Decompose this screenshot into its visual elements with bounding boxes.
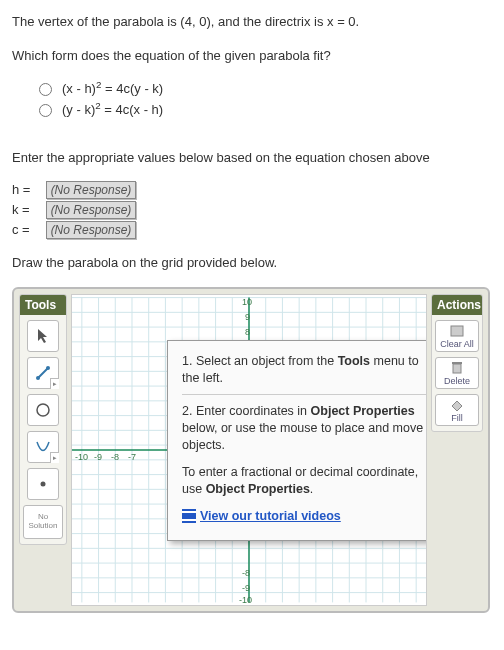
help-step3: To enter a fractional or decimal coordin… [182, 464, 427, 498]
tool-no-solution[interactable]: No Solution [23, 505, 63, 539]
field-h-row: h = (No Response) [12, 181, 492, 199]
graph-grid[interactable]: 10 9 8 -8 -9 -10 -10 -9 -8 -7 7 8 9 10 1… [71, 294, 427, 606]
graph-applet: Tools ▸ ▸ No Solution [12, 287, 490, 613]
fill-icon [448, 398, 466, 412]
action-delete[interactable]: Delete [435, 357, 479, 389]
tool-pointer[interactable] [27, 320, 59, 352]
line-icon [35, 365, 51, 381]
point-icon [35, 476, 51, 492]
actions-header: Actions [432, 295, 482, 315]
actions-panel: Actions Clear All Delete Fill [431, 294, 483, 432]
option-xh[interactable]: (x - h)2 = 4c(y - k) [34, 79, 492, 96]
tool-parabola[interactable]: ▸ [27, 431, 59, 463]
pointer-icon [36, 328, 50, 344]
help-overlay: 1. Select an object from the Tools menu … [167, 340, 427, 541]
tool-point[interactable] [27, 468, 59, 500]
label-h: h = [12, 182, 42, 197]
svg-rect-50 [453, 364, 461, 373]
tutorial-link[interactable]: View our tutorial videos [182, 508, 341, 525]
help-step2: 2. Enter coordinates in Object Propertie… [182, 403, 427, 454]
circle-icon [35, 402, 51, 418]
action-clear-all[interactable]: Clear All [435, 320, 479, 352]
clear-icon [448, 324, 466, 338]
intro-text: The vertex of the parabola is (4, 0), an… [12, 12, 492, 32]
trash-icon [448, 361, 466, 375]
radio-xh[interactable] [39, 83, 52, 96]
svg-point-3 [37, 404, 49, 416]
label-k: k = [12, 202, 42, 217]
svg-rect-51 [452, 362, 462, 364]
eq-xh: (x - h)2 = 4c(y - k) [62, 79, 163, 96]
tools-header: Tools [20, 295, 66, 315]
parabola-icon [35, 439, 51, 455]
tool-circle[interactable] [27, 394, 59, 426]
help-step1: 1. Select an object from the Tools menu … [182, 353, 427, 387]
input-h[interactable]: (No Response) [46, 181, 137, 199]
draw-prompt: Draw the parabola on the grid provided b… [12, 253, 492, 273]
svg-rect-49 [451, 326, 463, 336]
svg-line-0 [38, 368, 48, 378]
radio-yk[interactable] [39, 104, 52, 117]
input-k[interactable]: (No Response) [46, 201, 137, 219]
input-c[interactable]: (No Response) [46, 221, 137, 239]
film-icon [182, 509, 196, 523]
svg-point-4 [41, 481, 46, 486]
field-k-row: k = (No Response) [12, 201, 492, 219]
option-yk[interactable]: (y - k)2 = 4c(x - h) [34, 100, 492, 117]
label-c: c = [12, 222, 42, 237]
eq-yk: (y - k)2 = 4c(x - h) [62, 100, 163, 117]
action-fill[interactable]: Fill [435, 394, 479, 426]
form-question: Which form does the equation of the give… [12, 46, 492, 66]
enter-values-prompt: Enter the appropriate values below based… [12, 148, 492, 168]
field-c-row: c = (No Response) [12, 221, 492, 239]
svg-point-1 [36, 376, 40, 380]
tool-line[interactable]: ▸ [27, 357, 59, 389]
tools-panel: Tools ▸ ▸ No Solution [19, 294, 67, 545]
svg-point-2 [46, 366, 50, 370]
